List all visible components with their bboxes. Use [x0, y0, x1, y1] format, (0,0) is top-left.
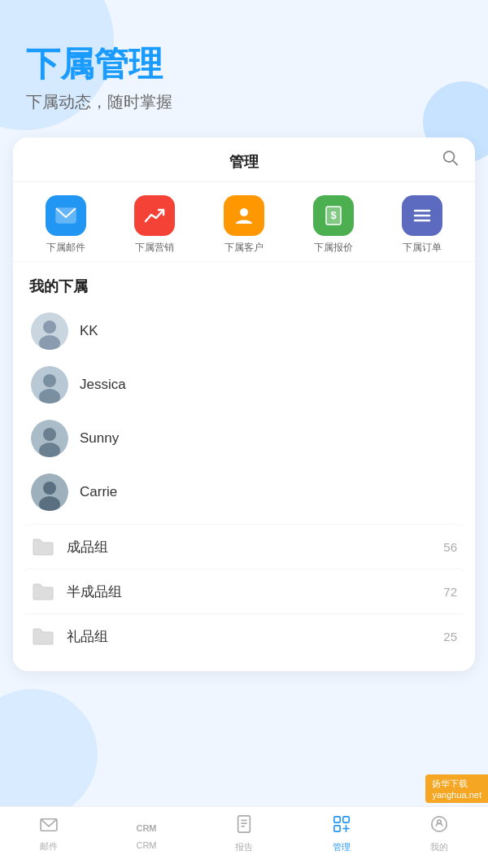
- person-name: Carrie: [80, 484, 117, 500]
- action-marketing[interactable]: 下属营销: [134, 195, 175, 255]
- nav-label-mine: 我的: [430, 841, 448, 853]
- card-header: 管理: [13, 137, 475, 182]
- group-name: 礼品组: [67, 627, 432, 646]
- action-email[interactable]: 下属邮件: [46, 195, 86, 255]
- page-title: 下属管理: [26, 44, 462, 85]
- mine-nav-icon: [430, 815, 448, 838]
- mail-nav-icon: [40, 816, 58, 837]
- person-list: KK Jessica Sunny: [13, 304, 475, 519]
- search-button[interactable]: [441, 149, 459, 171]
- bg-decoration-bottom-left: [0, 689, 98, 819]
- nav-item-report[interactable]: 报告: [195, 815, 293, 853]
- svg-point-13: [43, 374, 56, 387]
- person-item[interactable]: Carrie: [21, 465, 467, 519]
- person-name: Jessica: [80, 377, 126, 393]
- nav-label-report: 报告: [235, 841, 253, 853]
- card-title: 管理: [229, 152, 259, 172]
- avatar: [31, 366, 68, 403]
- svg-point-3: [240, 208, 248, 216]
- svg-point-16: [43, 428, 56, 441]
- customer-action-label: 下属客户: [224, 241, 264, 255]
- person-name: Sunny: [80, 430, 119, 447]
- quote-action-icon: $: [313, 195, 354, 236]
- action-customer[interactable]: 下属客户: [224, 195, 264, 255]
- nav-label-mail: 邮件: [40, 840, 58, 853]
- group-name: 半成品组: [67, 582, 432, 601]
- group-count: 56: [443, 540, 457, 554]
- watermark: 扬华下载yanghua.net: [425, 774, 488, 803]
- email-action-icon: [46, 195, 86, 236]
- group-item[interactable]: 半成品组 72: [21, 569, 467, 613]
- order-action-icon: [402, 195, 442, 236]
- nav-item-mail[interactable]: 邮件: [0, 816, 98, 853]
- avatar: [31, 312, 68, 350]
- person-item[interactable]: Sunny: [21, 412, 467, 465]
- svg-rect-28: [334, 826, 340, 831]
- folder-icon: [31, 581, 55, 602]
- quote-action-label: 下属报价: [314, 241, 353, 255]
- marketing-action-icon: [134, 195, 175, 236]
- svg-point-0: [444, 152, 455, 163]
- header: 下属管理 下属动态，随时掌握: [0, 0, 488, 129]
- avatar: [31, 420, 68, 457]
- person-name: KK: [80, 323, 98, 339]
- email-action-label: 下属邮件: [46, 241, 85, 255]
- bottom-nav: 邮件 CRM CRM 报告 管理: [0, 806, 488, 868]
- manage-nav-icon: [333, 815, 351, 838]
- crm-nav-icon: CRM: [136, 819, 156, 837]
- nav-label-manage: 管理: [333, 841, 351, 853]
- svg-point-19: [43, 482, 56, 495]
- nav-item-manage[interactable]: 管理: [293, 815, 390, 853]
- group-name: 成品组: [67, 538, 432, 556]
- group-count: 72: [443, 585, 457, 599]
- svg-rect-27: [343, 817, 349, 822]
- svg-point-30: [438, 820, 442, 824]
- person-item[interactable]: Jessica: [21, 358, 467, 412]
- nav-item-crm[interactable]: CRM CRM: [98, 819, 195, 850]
- nav-label-crm: CRM: [136, 840, 156, 850]
- quick-actions: 下属邮件 下属营销 下属客户: [13, 182, 475, 262]
- folder-icon: [31, 626, 55, 647]
- group-list: 成品组 56 半成品组 72 礼品组 25: [13, 524, 475, 658]
- page-subtitle: 下属动态，随时掌握: [26, 91, 462, 113]
- report-nav-icon: [236, 815, 252, 838]
- avatar: [31, 473, 68, 511]
- nav-item-mine[interactable]: 我的: [390, 815, 488, 853]
- svg-text:$: $: [330, 209, 337, 221]
- order-action-label: 下属订单: [403, 241, 442, 255]
- section-title: 我的下属: [13, 262, 475, 304]
- customer-action-icon: [224, 195, 264, 236]
- svg-rect-26: [334, 817, 340, 822]
- svg-line-1: [454, 161, 458, 165]
- group-item[interactable]: 成品组 56: [21, 524, 467, 569]
- svg-point-10: [43, 321, 56, 334]
- marketing-action-label: 下属营销: [135, 241, 174, 255]
- svg-rect-22: [238, 816, 251, 832]
- main-card: 管理 下属邮件 下属营: [13, 137, 475, 671]
- action-quote[interactable]: $ 下属报价: [313, 195, 354, 255]
- action-order[interactable]: 下属订单: [402, 195, 442, 255]
- group-item[interactable]: 礼品组 25: [21, 613, 467, 658]
- person-item[interactable]: KK: [21, 304, 467, 358]
- group-count: 25: [443, 630, 457, 643]
- folder-icon: [31, 536, 55, 557]
